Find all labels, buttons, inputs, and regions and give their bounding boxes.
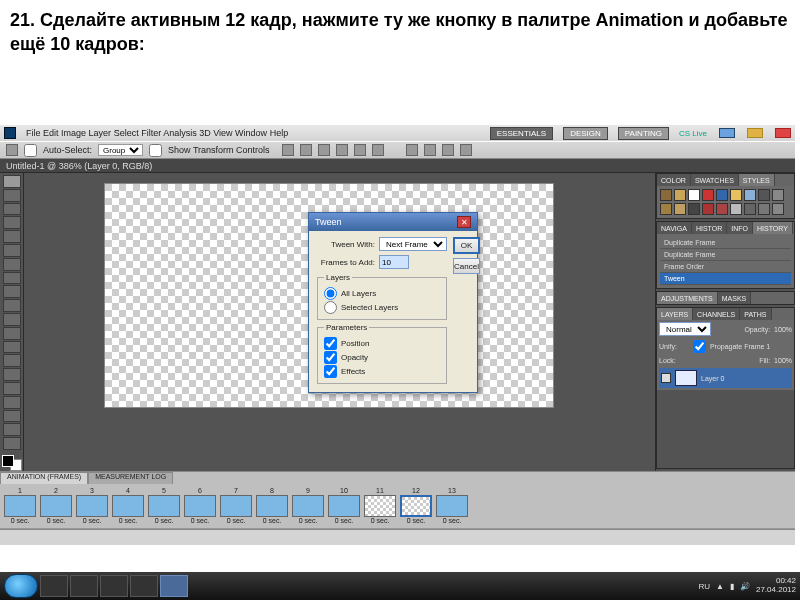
style-swatch[interactable] <box>758 203 770 215</box>
style-swatch[interactable] <box>730 189 742 201</box>
distribute-icon[interactable] <box>442 144 454 156</box>
history-brush-tool[interactable] <box>3 299 21 312</box>
animation-frame-7[interactable]: 70 sec. <box>219 487 253 525</box>
history-item[interactable]: Duplicate Frame <box>660 237 791 249</box>
opacity-value[interactable]: 100% <box>774 326 792 333</box>
all-layers-radio[interactable] <box>324 287 337 300</box>
tab-masks[interactable]: MASKS <box>718 292 752 304</box>
tween-with-dropdown[interactable]: Next Frame <box>379 237 447 251</box>
blur-tool[interactable] <box>3 341 21 354</box>
opacity-checkbox[interactable] <box>324 351 337 364</box>
style-swatch[interactable] <box>674 189 686 201</box>
tab-paths[interactable]: PATHS <box>740 308 771 320</box>
history-item[interactable]: Tween <box>660 273 791 285</box>
style-swatch[interactable] <box>660 189 672 201</box>
workspace-painting[interactable]: PAINTING <box>618 127 669 140</box>
tab-color[interactable]: COLOR <box>657 174 691 186</box>
align-icon[interactable] <box>354 144 366 156</box>
lasso-tool[interactable] <box>3 203 21 216</box>
animation-frame-1[interactable]: 10 sec. <box>3 487 37 525</box>
document-tab[interactable]: Untitled-1 @ 386% (Layer 0, RGB/8) <box>0 159 795 173</box>
menu-window[interactable]: Window <box>235 128 267 138</box>
pen-tool[interactable] <box>3 368 21 381</box>
distribute-icon[interactable] <box>424 144 436 156</box>
show-transform-checkbox[interactable] <box>149 144 162 157</box>
path-tool[interactable] <box>3 396 21 409</box>
workspace-essentials[interactable]: ESSENTIALS <box>490 127 553 140</box>
style-swatch[interactable] <box>702 189 714 201</box>
style-swatch[interactable] <box>660 203 672 215</box>
auto-select-checkbox[interactable] <box>24 144 37 157</box>
window-minimize-icon[interactable] <box>719 128 735 138</box>
taskbar-media-icon[interactable] <box>100 575 128 597</box>
distribute-icon[interactable] <box>406 144 418 156</box>
animation-frame-12[interactable]: 120 sec. <box>399 487 433 525</box>
fg-bg-colors[interactable] <box>2 455 22 471</box>
tab-navigator[interactable]: NAVIGA <box>657 222 692 234</box>
tab-styles[interactable]: STYLES <box>739 174 775 186</box>
animation-frame-9[interactable]: 90 sec. <box>291 487 325 525</box>
dialog-close-icon[interactable]: ✕ <box>457 216 471 228</box>
brush-tool[interactable] <box>3 272 21 285</box>
align-icon[interactable] <box>372 144 384 156</box>
menu-analysis[interactable]: Analysis <box>163 128 197 138</box>
animation-frame-11[interactable]: 110 sec. <box>363 487 397 525</box>
style-swatch[interactable] <box>688 189 700 201</box>
tab-histogram[interactable]: HISTOR <box>692 222 727 234</box>
tab-history[interactable]: HISTORY <box>753 222 793 234</box>
style-swatch[interactable] <box>702 203 714 215</box>
heal-tool[interactable] <box>3 258 21 271</box>
taskbar-explorer-icon[interactable] <box>70 575 98 597</box>
layer-row[interactable]: Layer 0 <box>659 368 792 388</box>
menu-file[interactable]: File <box>26 128 41 138</box>
stamp-tool[interactable] <box>3 285 21 298</box>
position-checkbox[interactable] <box>324 337 337 350</box>
menu-edit[interactable]: Edit <box>43 128 59 138</box>
history-item[interactable]: Frame Order <box>660 261 791 273</box>
animation-frame-4[interactable]: 40 sec. <box>111 487 145 525</box>
wand-tool[interactable] <box>3 216 21 229</box>
tab-measurement-log[interactable]: MEASUREMENT LOG <box>88 472 173 484</box>
menu-view[interactable]: View <box>213 128 232 138</box>
window-maximize-icon[interactable] <box>747 128 763 138</box>
zoom-tool[interactable] <box>3 437 21 450</box>
selected-layers-radio[interactable] <box>324 301 337 314</box>
marquee-tool[interactable] <box>3 189 21 202</box>
animation-frame-2[interactable]: 20 sec. <box>39 487 73 525</box>
tab-animation-frames[interactable]: ANIMATION (FRAMES) <box>0 472 88 484</box>
frames-to-add-input[interactable] <box>379 255 409 269</box>
menu-filter[interactable]: Filter <box>141 128 161 138</box>
dodge-tool[interactable] <box>3 354 21 367</box>
workspace-design[interactable]: DESIGN <box>563 127 608 140</box>
animation-frame-6[interactable]: 60 sec. <box>183 487 217 525</box>
propagate-checkbox[interactable] <box>693 340 706 353</box>
align-icon[interactable] <box>300 144 312 156</box>
tray-flag-icon[interactable]: ▲ <box>716 582 724 591</box>
eraser-tool[interactable] <box>3 313 21 326</box>
tab-channels[interactable]: CHANNELS <box>693 308 740 320</box>
tray-network-icon[interactable]: ▮ <box>730 582 734 591</box>
animation-frame-5[interactable]: 50 sec. <box>147 487 181 525</box>
align-icon[interactable] <box>336 144 348 156</box>
taskbar-powerpoint-icon[interactable] <box>130 575 158 597</box>
style-swatch[interactable] <box>758 189 770 201</box>
style-swatch[interactable] <box>716 189 728 201</box>
start-button[interactable] <box>4 574 38 598</box>
blend-mode-dropdown[interactable]: Normal <box>659 322 711 336</box>
shape-tool[interactable] <box>3 410 21 423</box>
menu-select[interactable]: Select <box>114 128 139 138</box>
tab-swatches[interactable]: SWATCHES <box>691 174 739 186</box>
window-close-icon[interactable] <box>775 128 791 138</box>
animation-frame-3[interactable]: 30 sec. <box>75 487 109 525</box>
history-item[interactable]: Duplicate Frame <box>660 249 791 261</box>
tab-info[interactable]: INFO <box>727 222 753 234</box>
hand-tool[interactable] <box>3 423 21 436</box>
animation-frame-13[interactable]: 130 sec. <box>435 487 469 525</box>
style-swatch[interactable] <box>744 203 756 215</box>
cancel-button[interactable]: Cancel <box>453 258 480 274</box>
tray-lang[interactable]: RU <box>698 582 710 591</box>
gradient-tool[interactable] <box>3 327 21 340</box>
menu-image[interactable]: Image <box>61 128 86 138</box>
ok-button[interactable]: OK <box>453 237 480 254</box>
crop-tool[interactable] <box>3 230 21 243</box>
